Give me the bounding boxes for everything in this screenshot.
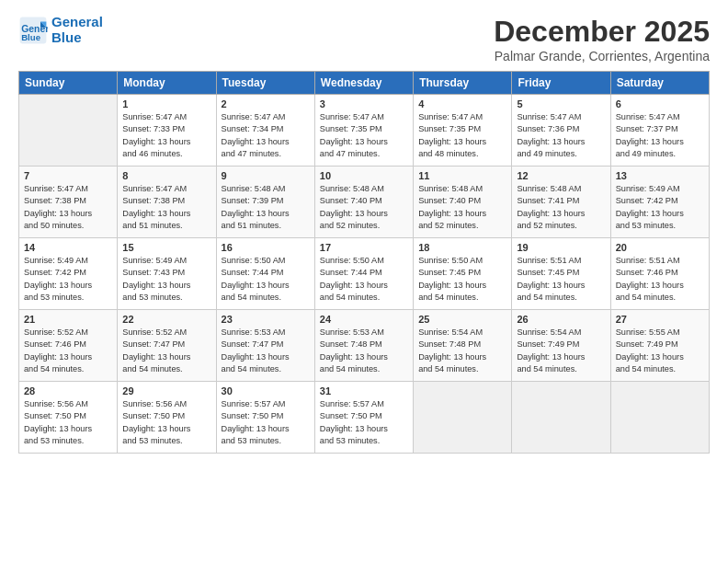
day-number: 12 (517, 170, 605, 181)
calendar-cell: 10Sunrise: 5:48 AM Sunset: 7:40 PM Dayli… (314, 167, 413, 238)
day-number: 24 (320, 314, 408, 325)
calendar-cell: 31Sunrise: 5:57 AM Sunset: 7:50 PM Dayli… (314, 382, 413, 454)
day-content: Sunrise: 5:57 AM Sunset: 7:50 PM Dayligh… (320, 398, 408, 447)
day-number: 1 (122, 98, 210, 109)
day-content: Sunrise: 5:48 AM Sunset: 7:41 PM Dayligh… (517, 183, 605, 232)
day-content: Sunrise: 5:53 AM Sunset: 7:48 PM Dayligh… (320, 327, 408, 375)
day-content: Sunrise: 5:54 AM Sunset: 7:48 PM Dayligh… (418, 327, 506, 375)
calendar-cell: 5Sunrise: 5:47 AM Sunset: 7:36 PM Daylig… (512, 95, 610, 167)
calendar-week-row: 21Sunrise: 5:52 AM Sunset: 7:46 PM Dayli… (19, 310, 710, 382)
day-content: Sunrise: 5:48 AM Sunset: 7:40 PM Dayligh… (418, 183, 506, 232)
day-content: Sunrise: 5:52 AM Sunset: 7:47 PM Dayligh… (122, 327, 210, 375)
day-content: Sunrise: 5:53 AM Sunset: 7:47 PM Dayligh… (222, 327, 310, 375)
weekday-header: Sunday (19, 72, 118, 95)
calendar-cell (414, 382, 512, 454)
day-number: 3 (320, 98, 408, 109)
day-number: 21 (24, 314, 112, 325)
calendar-week-row: 14Sunrise: 5:49 AM Sunset: 7:42 PM Dayli… (19, 238, 710, 310)
calendar-cell: 26Sunrise: 5:54 AM Sunset: 7:49 PM Dayli… (512, 310, 610, 382)
calendar-cell: 3Sunrise: 5:47 AM Sunset: 7:35 PM Daylig… (314, 95, 413, 167)
day-content: Sunrise: 5:48 AM Sunset: 7:40 PM Dayligh… (320, 183, 408, 232)
day-number: 15 (122, 242, 210, 253)
svg-text:Blue: Blue (21, 32, 40, 42)
calendar-cell: 6Sunrise: 5:47 AM Sunset: 7:37 PM Daylig… (610, 95, 709, 167)
day-number: 25 (418, 314, 506, 325)
weekday-header: Friday (512, 72, 610, 95)
day-content: Sunrise: 5:49 AM Sunset: 7:42 PM Dayligh… (24, 255, 112, 304)
day-content: Sunrise: 5:47 AM Sunset: 7:35 PM Dayligh… (320, 111, 408, 160)
calendar-cell: 19Sunrise: 5:51 AM Sunset: 7:45 PM Dayli… (512, 238, 610, 310)
day-number: 17 (320, 242, 408, 253)
day-number: 8 (122, 170, 210, 181)
calendar-cell: 4Sunrise: 5:47 AM Sunset: 7:35 PM Daylig… (414, 95, 512, 167)
day-content: Sunrise: 5:47 AM Sunset: 7:34 PM Dayligh… (222, 111, 310, 160)
calendar-cell: 20Sunrise: 5:51 AM Sunset: 7:46 PM Dayli… (610, 238, 709, 310)
calendar-cell: 7Sunrise: 5:47 AM Sunset: 7:38 PM Daylig… (19, 167, 118, 238)
calendar-cell (610, 382, 709, 454)
day-number: 10 (320, 170, 408, 181)
day-number: 26 (517, 314, 605, 325)
day-content: Sunrise: 5:49 AM Sunset: 7:42 PM Dayligh… (616, 183, 704, 232)
logo-general: General (51, 15, 103, 30)
calendar-cell: 30Sunrise: 5:57 AM Sunset: 7:50 PM Dayli… (216, 382, 314, 454)
day-number: 28 (24, 385, 112, 396)
calendar-cell: 13Sunrise: 5:49 AM Sunset: 7:42 PM Dayli… (610, 167, 709, 238)
day-content: Sunrise: 5:47 AM Sunset: 7:37 PM Dayligh… (616, 111, 704, 160)
calendar-cell: 23Sunrise: 5:53 AM Sunset: 7:47 PM Dayli… (216, 310, 314, 382)
calendar-cell: 29Sunrise: 5:56 AM Sunset: 7:50 PM Dayli… (118, 382, 216, 454)
calendar-body: 1Sunrise: 5:47 AM Sunset: 7:33 PM Daylig… (19, 95, 710, 454)
day-number: 22 (122, 314, 210, 325)
calendar-cell (19, 95, 118, 167)
day-content: Sunrise: 5:47 AM Sunset: 7:38 PM Dayligh… (122, 183, 210, 232)
weekday-header: Thursday (414, 72, 512, 95)
day-number: 9 (222, 170, 310, 181)
day-content: Sunrise: 5:55 AM Sunset: 7:49 PM Dayligh… (616, 327, 704, 375)
day-number: 31 (320, 385, 408, 396)
day-content: Sunrise: 5:51 AM Sunset: 7:46 PM Dayligh… (616, 255, 704, 304)
day-content: Sunrise: 5:50 AM Sunset: 7:44 PM Dayligh… (320, 255, 408, 304)
day-number: 6 (616, 98, 704, 109)
day-number: 4 (418, 98, 506, 109)
day-content: Sunrise: 5:48 AM Sunset: 7:39 PM Dayligh… (222, 183, 310, 232)
weekday-header: Saturday (610, 72, 709, 95)
day-content: Sunrise: 5:54 AM Sunset: 7:49 PM Dayligh… (517, 327, 605, 375)
logo-icon: General Blue (18, 16, 48, 45)
calendar-cell: 8Sunrise: 5:47 AM Sunset: 7:38 PM Daylig… (118, 167, 216, 238)
day-number: 29 (122, 385, 210, 396)
calendar-cell: 17Sunrise: 5:50 AM Sunset: 7:44 PM Dayli… (314, 238, 413, 310)
calendar-cell: 21Sunrise: 5:52 AM Sunset: 7:46 PM Dayli… (19, 310, 118, 382)
page: General Blue General Blue December 2025 … (0, 0, 728, 463)
calendar-header-row: SundayMondayTuesdayWednesdayThursdayFrid… (19, 72, 710, 95)
calendar-cell: 22Sunrise: 5:52 AM Sunset: 7:47 PM Dayli… (118, 310, 216, 382)
day-content: Sunrise: 5:52 AM Sunset: 7:46 PM Dayligh… (24, 327, 112, 375)
calendar-cell: 27Sunrise: 5:55 AM Sunset: 7:49 PM Dayli… (610, 310, 709, 382)
calendar-cell: 14Sunrise: 5:49 AM Sunset: 7:42 PM Dayli… (19, 238, 118, 310)
calendar-cell: 15Sunrise: 5:49 AM Sunset: 7:43 PM Dayli… (118, 238, 216, 310)
calendar-cell: 25Sunrise: 5:54 AM Sunset: 7:48 PM Dayli… (414, 310, 512, 382)
day-number: 23 (222, 314, 310, 325)
day-number: 19 (517, 242, 605, 253)
calendar-cell: 24Sunrise: 5:53 AM Sunset: 7:48 PM Dayli… (314, 310, 413, 382)
day-number: 16 (222, 242, 310, 253)
calendar-cell: 12Sunrise: 5:48 AM Sunset: 7:41 PM Dayli… (512, 167, 610, 238)
day-content: Sunrise: 5:56 AM Sunset: 7:50 PM Dayligh… (24, 398, 112, 447)
calendar-cell: 11Sunrise: 5:48 AM Sunset: 7:40 PM Dayli… (414, 167, 512, 238)
calendar-cell: 9Sunrise: 5:48 AM Sunset: 7:39 PM Daylig… (216, 167, 314, 238)
calendar-cell (512, 382, 610, 454)
day-content: Sunrise: 5:57 AM Sunset: 7:50 PM Dayligh… (222, 398, 310, 447)
calendar-week-row: 7Sunrise: 5:47 AM Sunset: 7:38 PM Daylig… (19, 167, 710, 238)
title-block: December 2025 Palmar Grande, Corrientes,… (494, 15, 710, 63)
day-content: Sunrise: 5:47 AM Sunset: 7:38 PM Dayligh… (24, 183, 112, 232)
day-number: 2 (222, 98, 310, 109)
weekday-header: Tuesday (216, 72, 314, 95)
calendar-table: SundayMondayTuesdayWednesdayThursdayFrid… (18, 71, 710, 454)
calendar-cell: 18Sunrise: 5:50 AM Sunset: 7:45 PM Dayli… (414, 238, 512, 310)
day-number: 7 (24, 170, 112, 181)
calendar-week-row: 28Sunrise: 5:56 AM Sunset: 7:50 PM Dayli… (19, 382, 710, 454)
calendar-cell: 28Sunrise: 5:56 AM Sunset: 7:50 PM Dayli… (19, 382, 118, 454)
day-number: 20 (616, 242, 704, 253)
day-content: Sunrise: 5:47 AM Sunset: 7:35 PM Dayligh… (418, 111, 506, 160)
day-number: 11 (418, 170, 506, 181)
weekday-header: Wednesday (314, 72, 413, 95)
day-content: Sunrise: 5:50 AM Sunset: 7:44 PM Dayligh… (222, 255, 310, 304)
